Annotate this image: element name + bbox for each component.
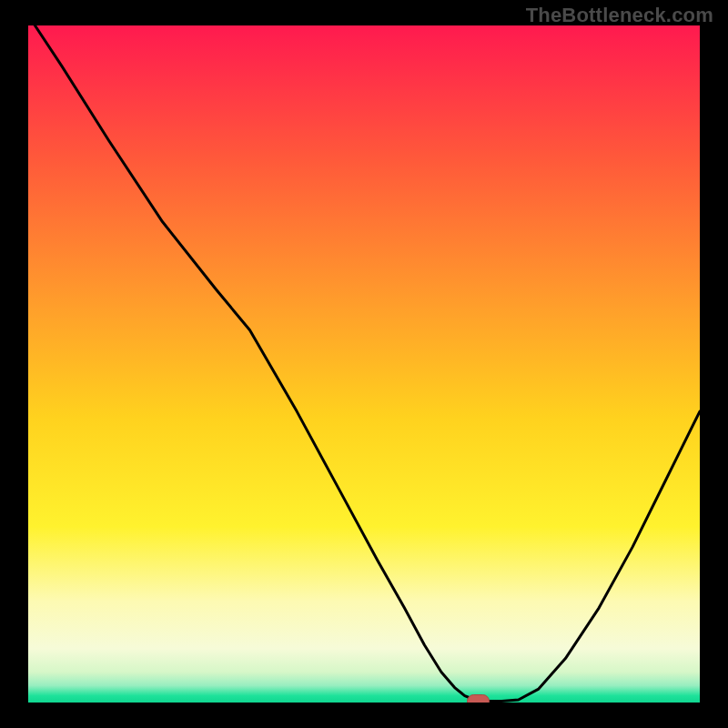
chart-frame: TheBottleneck.com (0, 0, 728, 728)
bottleneck-chart (28, 25, 700, 703)
optimum-marker (468, 695, 490, 703)
gradient-background (28, 25, 700, 703)
watermark-text: TheBottleneck.com (526, 4, 713, 27)
plot-area (28, 25, 700, 703)
